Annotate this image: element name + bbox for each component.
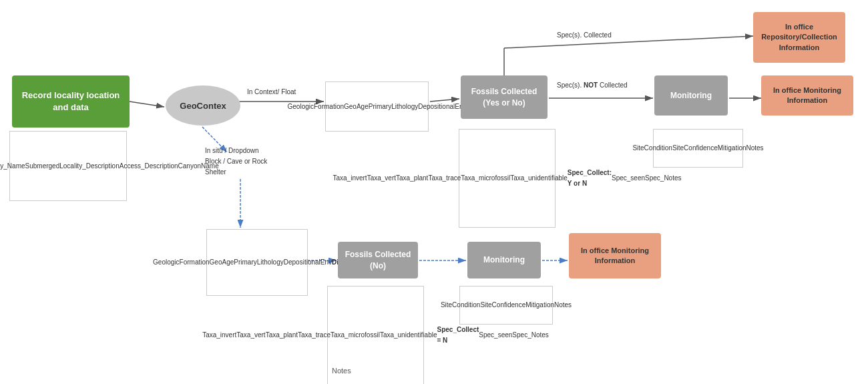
geocontex-ellipse: GeoContex [166,85,240,126]
diagram-container: Record locality location and data GeoCon… [0,0,868,384]
in-office-repository-box: In officeRepository/CollectionInformatio… [753,12,845,63]
monitoring-top-box: Monitoring [654,75,728,116]
fossils-collected-no-box: Fossils Collected(No) [338,242,418,278]
specs-collected-label: Spec(s). Collected [557,31,612,39]
monitoring-no-fields: SiteCondition SiteConfidence MitigationN… [459,286,553,325]
svg-line-2 [130,102,164,107]
fossils-collected-yes-box: Fossils Collected(Yes or No) [461,75,548,119]
svg-line-8 [504,36,753,48]
locality-fields-list: Collected_by Field_ID Locality_Name Subm… [9,131,127,201]
arrows-overlay [0,0,868,384]
in-office-monitoring-top-box: In office Monitoring Information [761,75,853,116]
in-context-label: In Context/ Float [247,88,296,95]
in-office-monitoring-bottom-box: In office Monitoring Information [569,233,661,278]
record-locality-box: Record locality location and data [12,75,130,128]
taxa-yes-fields: Taxa_invert Taxa_vert Taxa_plant Taxa_tr… [459,129,556,228]
insitu-label: In situ / Dropdown Block / Cave or Rock … [205,146,267,178]
notes-label: Notes [332,367,351,375]
geocontex-bottom-fields: GeologicFormation GeoAge PrimaryLitholog… [206,229,308,296]
geocontex-top-fields: GeologicFormation GeoAge PrimaryLitholog… [325,81,429,132]
monitoring-no-box: Monitoring [467,242,541,278]
monitoring-yes-fields: SiteCondition SiteConfidence MitigationN… [653,129,743,168]
specs-not-collected-label: Spec(s). NOT Collected [557,81,628,89]
